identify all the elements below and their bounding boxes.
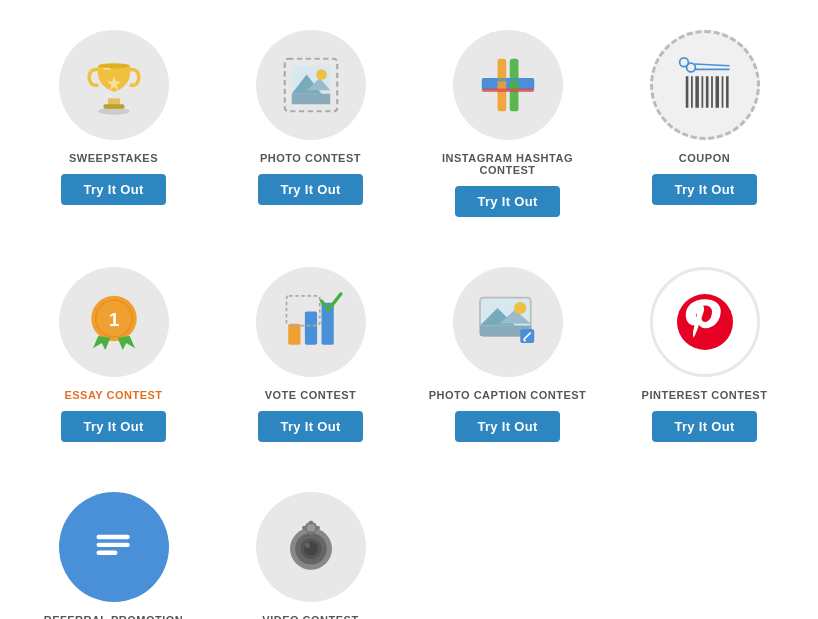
card-photo-contest: PHOTO CONTEST Try It Out <box>217 20 404 227</box>
coupon-try-button[interactable]: Try It Out <box>652 174 756 205</box>
svg-rect-23 <box>695 76 699 108</box>
essay-try-button[interactable]: Try It Out <box>61 411 165 442</box>
svg-rect-2 <box>103 104 124 108</box>
video-label: VIDEO CONTEST <box>262 614 358 619</box>
sweepstakes-label: SWEEPSTAKES <box>69 152 158 164</box>
svg-rect-34 <box>288 324 300 345</box>
svg-rect-15 <box>481 78 534 82</box>
vote-try-button[interactable]: Try It Out <box>258 411 362 442</box>
svg-rect-25 <box>705 76 708 108</box>
video-icon <box>256 492 366 602</box>
svg-point-9 <box>316 69 327 80</box>
svg-point-18 <box>686 63 695 72</box>
svg-rect-13 <box>497 59 506 112</box>
svg-text:1: 1 <box>108 309 119 330</box>
card-essay: 1 ESSAY CONTEST Try It Out <box>20 257 207 452</box>
card-vote: VOTE CONTEST Try It Out <box>217 257 404 452</box>
svg-rect-48 <box>96 535 129 539</box>
card-pinterest: PINTEREST CONTEST Try It Out <box>611 257 798 452</box>
svg-rect-22 <box>691 76 693 108</box>
svg-rect-49 <box>96 543 129 547</box>
card-referral: REFERRAL PROMOTION Try It Out <box>20 482 207 619</box>
svg-point-56 <box>306 523 315 532</box>
svg-rect-10 <box>291 94 330 105</box>
pinterest-icon <box>650 267 760 377</box>
contest-grid: SWEEPSTAKES Try It Out PHOTO CONTEST Try… <box>20 20 798 619</box>
svg-rect-35 <box>304 312 316 345</box>
photo-caption-label: PHOTO CAPTION CONTEST <box>429 389 587 401</box>
svg-rect-57 <box>309 521 313 525</box>
svg-line-46 <box>523 340 525 342</box>
instagram-label: INSTAGRAM HASHTAG CONTEST <box>424 152 591 176</box>
instagram-icon <box>453 30 563 140</box>
svg-rect-26 <box>711 76 713 108</box>
svg-rect-24 <box>701 76 703 108</box>
card-video: VIDEO CONTEST Try It Out <box>217 482 404 619</box>
svg-rect-16 <box>481 89 534 93</box>
svg-point-0 <box>98 108 130 115</box>
svg-rect-60 <box>316 526 320 530</box>
svg-line-19 <box>694 64 729 66</box>
vote-icon <box>256 267 366 377</box>
coupon-label: COUPON <box>679 152 730 164</box>
photo-contest-try-button[interactable]: Try It Out <box>258 174 362 205</box>
svg-rect-28 <box>721 76 723 108</box>
referral-label: REFERRAL PROMOTION <box>44 614 184 619</box>
card-sweepstakes: SWEEPSTAKES Try It Out <box>20 20 207 227</box>
svg-point-3 <box>98 63 130 68</box>
photo-contest-icon <box>256 30 366 140</box>
sweepstakes-try-button[interactable]: Try It Out <box>61 174 165 205</box>
svg-rect-58 <box>309 531 313 535</box>
svg-rect-27 <box>715 76 719 108</box>
svg-point-42 <box>514 302 526 314</box>
pinterest-try-button[interactable]: Try It Out <box>652 411 756 442</box>
card-photo-caption: PHOTO CAPTION CONTEST Try It Out <box>414 257 601 452</box>
card-instagram: INSTAGRAM HASHTAG CONTEST Try It Out <box>414 20 601 227</box>
card-coupon: COUPON Try It Out <box>611 20 798 227</box>
essay-label: ESSAY CONTEST <box>64 389 162 401</box>
svg-rect-14 <box>509 59 518 112</box>
coupon-icon <box>650 30 760 140</box>
svg-rect-59 <box>302 526 306 530</box>
essay-icon: 1 <box>59 267 169 377</box>
svg-rect-29 <box>726 76 729 108</box>
instagram-try-button[interactable]: Try It Out <box>455 186 559 217</box>
vote-label: VOTE CONTEST <box>265 389 357 401</box>
photo-caption-icon <box>453 267 563 377</box>
svg-rect-50 <box>96 551 117 555</box>
pinterest-label: PINTEREST CONTEST <box>642 389 768 401</box>
svg-rect-21 <box>685 76 688 108</box>
svg-point-61 <box>304 543 309 548</box>
photo-caption-try-button[interactable]: Try It Out <box>455 411 559 442</box>
referral-icon <box>59 492 169 602</box>
sweepstakes-icon <box>59 30 169 140</box>
photo-contest-label: PHOTO CONTEST <box>260 152 361 164</box>
